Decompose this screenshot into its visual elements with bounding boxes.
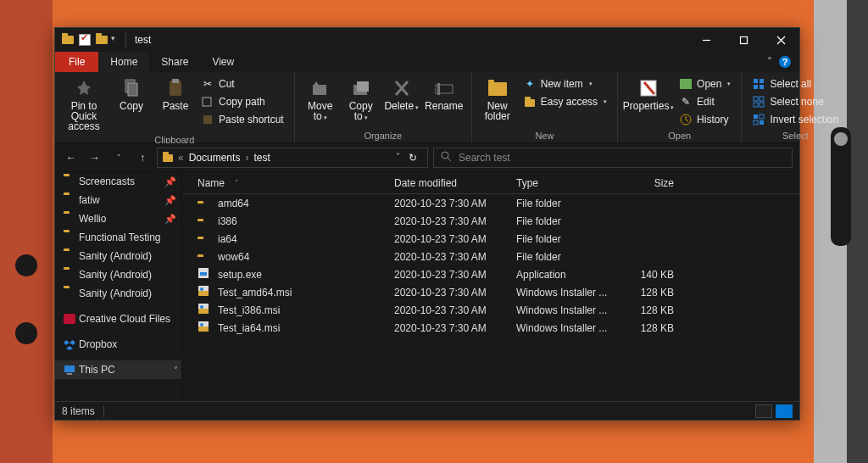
new-folder-button[interactable]: New folder <box>479 75 516 124</box>
svg-rect-19 <box>754 97 758 101</box>
titlebar[interactable]: ▾ test <box>55 28 799 52</box>
sidebar-item[interactable]: Wellio📌 <box>55 209 181 228</box>
select-all-label: Select all <box>770 78 811 90</box>
address-bar[interactable]: « Documents › test ˅ ↻ <box>157 148 428 168</box>
background-decor <box>831 127 851 246</box>
column-size[interactable]: Size <box>618 177 686 189</box>
table-row[interactable]: setup.exe2020-10-23 7:30 AMApplication14… <box>182 265 799 283</box>
properties-button[interactable]: Properties▾ <box>625 75 672 115</box>
ribbon-collapse-icon[interactable]: ˄ <box>767 56 772 68</box>
sidebar-creative-cloud[interactable]: Creative Cloud Files <box>55 310 181 328</box>
nav-up-button[interactable]: ↑ <box>133 148 152 167</box>
tab-view[interactable]: View <box>200 52 246 72</box>
tab-home[interactable]: Home <box>98 52 149 72</box>
file-date: 2020-10-23 7:30 AM <box>394 251 516 263</box>
search-icon <box>441 151 452 165</box>
help-icon[interactable]: ? <box>779 56 791 68</box>
sidebar-item-label: Sanity (Android) <box>79 250 152 262</box>
ribbon-group-select: Select all Select none Invert selection … <box>742 72 849 142</box>
copy-path-button[interactable]: Copy path <box>198 94 287 109</box>
delete-button[interactable]: Delete▾ <box>383 75 420 115</box>
sidebar-item[interactable]: Sanity (Android) <box>55 284 181 303</box>
tab-share[interactable]: Share <box>149 52 200 72</box>
close-button[interactable] <box>762 28 799 52</box>
nav-back-button[interactable]: ← <box>62 148 81 167</box>
svg-rect-0 <box>740 36 747 43</box>
paste-button[interactable]: Paste <box>157 75 194 114</box>
minimize-button[interactable] <box>687 28 725 52</box>
paste-shortcut-button[interactable]: Paste shortcut <box>198 112 287 127</box>
navigation-pane[interactable]: Screencasts📌fatiw📌Wellio📌Functional Test… <box>55 172 182 401</box>
invert-selection-button[interactable]: Invert selection <box>748 112 842 127</box>
breadcrumb-parent[interactable]: Documents <box>189 152 241 164</box>
column-type[interactable]: Type <box>516 177 618 189</box>
qat-properties-icon[interactable] <box>79 34 91 46</box>
select-none-button[interactable]: Select none <box>748 94 842 109</box>
table-row[interactable]: amd642020-10-23 7:30 AMFile folder <box>182 194 799 212</box>
table-row[interactable]: Test_ia64.msi2020-10-23 7:30 AMWindows I… <box>182 319 799 337</box>
svg-rect-32 <box>200 272 207 276</box>
file-name: amd64 <box>218 198 394 209</box>
sidebar-item-label: Sanity (Android) <box>79 287 152 299</box>
refresh-icon[interactable]: ↻ <box>409 152 417 164</box>
chevron-right-icon[interactable]: › <box>245 152 248 164</box>
qat-customize-icon[interactable]: ▾ <box>111 34 115 46</box>
file-date: 2020-10-23 7:30 AM <box>394 269 516 281</box>
table-row[interactable]: ia642020-10-23 7:30 AMFile folder <box>182 230 799 248</box>
easy-access-button[interactable]: Easy access▾ <box>520 94 610 109</box>
svg-rect-28 <box>64 314 75 324</box>
open-button[interactable]: Open▾ <box>676 76 734 92</box>
expand-icon[interactable]: ˅ <box>174 365 178 375</box>
column-name[interactable]: Name˄ <box>182 177 394 189</box>
rename-button[interactable]: Rename <box>424 75 465 114</box>
ribbon-tabs: File Home Share View ˄ ? <box>55 52 799 72</box>
pin-icon <box>73 77 95 99</box>
sidebar-item[interactable]: Sanity (Android) <box>55 247 181 265</box>
sidebar-dropbox[interactable]: Dropbox <box>55 335 181 354</box>
invert-selection-icon <box>752 113 765 126</box>
new-item-button[interactable]: ✦New item▾ <box>520 76 610 92</box>
view-details-button[interactable] <box>755 404 772 418</box>
table-row[interactable]: wow642020-10-23 7:30 AMFile folder <box>182 248 799 265</box>
copy-path-icon <box>201 95 214 109</box>
qat-newfolder-icon[interactable] <box>96 36 108 44</box>
svg-rect-9 <box>357 81 369 92</box>
copy-to-button[interactable]: Copy to▾ <box>342 75 380 126</box>
sidebar-item[interactable]: fatiw📌 <box>55 191 181 209</box>
breadcrumb-current[interactable]: test <box>253 152 270 164</box>
paste-shortcut-icon <box>201 113 214 126</box>
select-all-button[interactable]: Select all <box>748 76 842 92</box>
table-row[interactable]: Test_amd64.msi2020-10-23 7:30 AMWindows … <box>182 283 799 301</box>
column-date[interactable]: Date modified <box>394 177 516 189</box>
nav-forward-button[interactable]: → <box>86 148 104 167</box>
cut-button[interactable]: ✂Cut <box>198 76 287 92</box>
svg-rect-34 <box>198 291 209 296</box>
background-decor <box>15 254 37 276</box>
tab-file[interactable]: File <box>55 52 98 72</box>
maximize-button[interactable] <box>725 28 762 52</box>
open-group-label: Open <box>625 130 734 141</box>
history-label: History <box>697 114 728 126</box>
sidebar-item[interactable]: Screencasts📌 <box>55 172 181 191</box>
svg-rect-37 <box>198 309 209 314</box>
search-input[interactable]: Search test <box>433 148 793 168</box>
address-dropdown-icon[interactable]: ˅ <box>396 152 400 164</box>
sidebar-item[interactable]: Functional Testing <box>55 228 181 247</box>
pin-to-quick-access-button[interactable]: Pin to Quick access <box>62 75 106 134</box>
sidebar-item-label: Sanity (Android) <box>79 269 152 281</box>
table-row[interactable]: i3862020-10-23 7:30 AMFile folder <box>182 212 799 230</box>
nav-recent-button[interactable]: ˅ <box>109 148 128 167</box>
pin-icon: 📌 <box>164 214 176 225</box>
history-button[interactable]: History <box>676 112 734 127</box>
file-date: 2020-10-23 7:30 AM <box>394 198 516 209</box>
sidebar-this-pc[interactable]: This PC ˅ <box>55 360 181 379</box>
file-date: 2020-10-23 7:30 AM <box>394 322 516 334</box>
copy-button[interactable]: Copy <box>109 75 153 114</box>
edit-button[interactable]: ✎Edit <box>676 94 734 109</box>
view-large-icons-button[interactable] <box>776 404 793 418</box>
move-to-button[interactable]: Move to▾ <box>302 75 339 126</box>
cut-label: Cut <box>219 78 235 90</box>
svg-point-41 <box>200 323 203 326</box>
sidebar-item[interactable]: Sanity (Android) <box>55 265 181 284</box>
table-row[interactable]: Test_i386.msi2020-10-23 7:30 AMWindows I… <box>182 301 799 319</box>
